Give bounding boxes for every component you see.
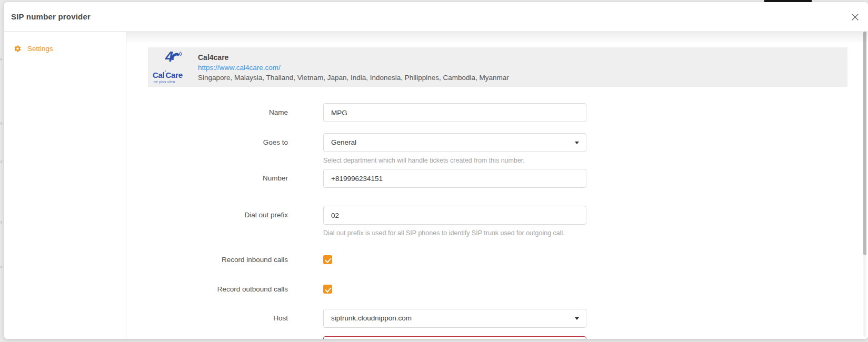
background-artifact: [1, 58, 2, 61]
close-icon: [851, 13, 859, 21]
provider-countries: Singapore, Malaysia, Thailand, Vietnam, …: [198, 74, 509, 82]
record-outbound-label: Record outbound calls: [162, 285, 288, 294]
number-row: Number: [162, 169, 586, 188]
provider-card: 4 Cal'Care ne plus ultra Cal4care https:…: [148, 47, 847, 87]
screen: SIP number provider Settings: [0, 0, 868, 342]
name-label: Name: [162, 103, 288, 122]
sidebar: Settings: [4, 32, 126, 339]
goes-to-label: Goes to: [162, 133, 288, 164]
background-artifact: [1, 122, 2, 125]
background-artifact: [1, 160, 2, 163]
provider-url-link[interactable]: https://www.cal4care.com/: [198, 64, 509, 72]
provider-logo: 4 Cal'Care ne plus ultra: [153, 51, 191, 84]
dial-out-prefix-input[interactable]: [323, 206, 586, 225]
host-value: siptrunk.cloudnippon.com: [331, 314, 412, 322]
name-input[interactable]: [323, 103, 586, 122]
host-label: Host: [162, 309, 288, 328]
background-artifact: [1, 221, 2, 224]
chevron-down-icon: [575, 317, 579, 320]
sidebar-item-settings[interactable]: Settings: [4, 41, 126, 56]
error-field-input[interactable]: [323, 336, 586, 339]
modal-title: SIP number provider: [11, 2, 91, 32]
goes-to-select[interactable]: General: [323, 133, 586, 152]
record-outbound-row: Record outbound calls: [162, 285, 332, 294]
modal-header: SIP number provider: [4, 2, 868, 32]
goes-to-row: Goes to General Select department which …: [162, 133, 586, 164]
close-button[interactable]: [850, 12, 860, 22]
record-outbound-checkbox[interactable]: [323, 285, 332, 294]
scrollbar-thumb[interactable]: [863, 32, 866, 255]
record-inbound-row: Record inbound calls: [162, 255, 332, 264]
dial-out-prefix-label: Dial out prefix: [162, 206, 288, 237]
name-row: Name: [162, 103, 586, 122]
settings-label: Settings: [27, 45, 53, 53]
record-inbound-label: Record inbound calls: [162, 255, 288, 264]
host-row: Host siptrunk.cloudnippon.com: [162, 309, 586, 328]
gear-icon: [14, 45, 22, 53]
phone-handset-icon: [168, 51, 182, 63]
chevron-down-icon: [575, 142, 579, 144]
logo-wordmark: Cal'Care: [153, 70, 183, 79]
dial-out-prefix-row: Dial out prefix Dial out prefix is used …: [162, 206, 586, 237]
goes-to-value: General: [331, 138, 356, 146]
number-input[interactable]: [323, 169, 586, 188]
host-select[interactable]: siptrunk.cloudnippon.com: [323, 309, 586, 328]
modal-body: Settings 4 Cal'Care ne plus ult: [4, 32, 868, 339]
record-inbound-checkbox[interactable]: [323, 255, 332, 264]
dial-out-prefix-helper: Dial out prefix is used for all SIP phon…: [323, 229, 586, 237]
provider-name: Cal4care: [198, 53, 509, 62]
error-field-row: [162, 336, 586, 339]
settings-panel: 4 Cal'Care ne plus ultra Cal4care https:…: [127, 32, 868, 339]
sip-provider-modal: SIP number provider Settings: [4, 2, 868, 339]
background-artifact: [1, 266, 2, 268]
number-label: Number: [162, 169, 288, 188]
provider-info: Cal4care https://www.cal4care.com/ Singa…: [198, 53, 509, 82]
goes-to-helper: Select department which will handle tick…: [323, 157, 586, 164]
logo-tagline: ne plus ultra: [154, 80, 175, 84]
